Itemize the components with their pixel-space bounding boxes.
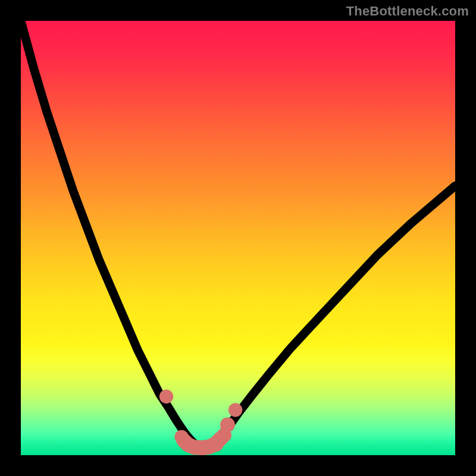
watermark-text: TheBottleneck.com (346, 4, 469, 19)
trough-band (184, 439, 221, 447)
curve-marker (159, 390, 173, 403)
left-curve (21, 21, 203, 448)
plot-area (21, 21, 455, 455)
curve-layer (21, 21, 455, 455)
curve-marker (220, 417, 235, 432)
curve-marker (228, 403, 242, 416)
chart-frame: TheBottleneck.com (0, 0, 476, 476)
